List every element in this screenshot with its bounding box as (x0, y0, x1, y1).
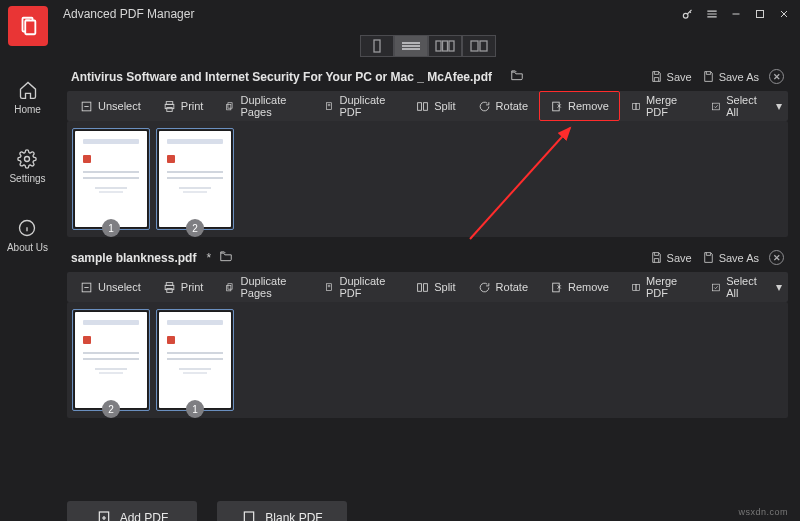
svg-rect-6 (374, 40, 380, 52)
gear-icon (17, 149, 37, 169)
select-all-button[interactable]: Select All (700, 91, 772, 121)
duplicate-pdf-icon (324, 281, 334, 294)
close-document-button[interactable]: ✕ (769, 69, 784, 84)
select-all-icon (711, 281, 721, 294)
split-button[interactable]: Split (405, 272, 466, 302)
home-icon (18, 80, 38, 100)
svg-rect-34 (424, 283, 428, 291)
svg-rect-7 (436, 41, 441, 51)
save-as-button[interactable]: Save As (702, 251, 759, 264)
duplicate-pdf-button[interactable]: Duplicate PDF (313, 272, 405, 302)
svg-rect-8 (442, 41, 447, 51)
svg-rect-9 (449, 41, 454, 51)
save-icon (650, 251, 663, 264)
rotate-icon (478, 281, 491, 294)
unselect-icon (80, 100, 93, 113)
minimize-button[interactable] (728, 6, 744, 22)
document-toolbar: Unselect Print Duplicate Pages Duplicate… (67, 91, 788, 121)
open-folder-icon[interactable] (510, 68, 524, 85)
sidebar-item-about[interactable]: About Us (7, 218, 48, 253)
print-icon (163, 100, 176, 113)
bottom-action-bar: Add PDF Blank PDF (55, 495, 800, 521)
unselect-button[interactable]: Unselect (69, 272, 152, 302)
page-thumbnail-strip: 2 1 (67, 302, 788, 418)
svg-rect-31 (227, 285, 231, 290)
open-folder-icon[interactable] (219, 249, 233, 266)
page-number-badge: 1 (102, 219, 120, 237)
remove-button[interactable]: Remove (539, 272, 620, 302)
svg-rect-1 (25, 21, 35, 35)
page-thumbnail[interactable]: 2 (159, 131, 231, 227)
select-all-icon (711, 100, 721, 113)
sidebar-item-home[interactable]: Home (14, 80, 41, 115)
view-single[interactable] (360, 35, 394, 57)
blank-pdf-button[interactable]: Blank PDF (217, 501, 347, 521)
svg-rect-30 (228, 283, 232, 288)
svg-rect-15 (167, 107, 172, 111)
page-thumbnail[interactable]: 1 (75, 131, 147, 227)
close-document-button[interactable]: ✕ (769, 250, 784, 265)
toolbar-more-button[interactable]: ▾ (772, 280, 786, 294)
document-header: Antivirus Software and Internet Security… (67, 66, 788, 91)
page-thumbnail[interactable]: 2 (75, 312, 147, 408)
add-pdf-button[interactable]: Add PDF (67, 501, 197, 521)
rotate-button[interactable]: Rotate (467, 272, 539, 302)
svg-rect-11 (480, 41, 487, 51)
titlebar: Advanced PDF Manager (55, 0, 800, 28)
save-as-button[interactable]: Save As (702, 70, 759, 83)
add-pdf-icon (96, 510, 112, 521)
svg-rect-19 (418, 102, 422, 110)
duplicate-pages-button[interactable]: Duplicate Pages (214, 91, 313, 121)
sidebar-item-settings[interactable]: Settings (9, 149, 45, 184)
view-grid-3[interactable] (428, 35, 462, 57)
print-button[interactable]: Print (152, 272, 215, 302)
svg-rect-22 (633, 103, 636, 109)
split-icon (416, 281, 429, 294)
merge-pdf-button[interactable]: Merge PDF (620, 272, 700, 302)
svg-rect-24 (713, 103, 720, 110)
remove-button[interactable]: Remove (539, 91, 620, 121)
svg-rect-20 (424, 102, 428, 110)
split-button[interactable]: Split (405, 91, 466, 121)
svg-rect-29 (167, 288, 172, 292)
svg-rect-40 (245, 512, 254, 521)
menu-icon[interactable] (704, 6, 720, 22)
view-switcher (55, 28, 800, 64)
document-panel: Antivirus Software and Internet Security… (67, 66, 788, 237)
svg-rect-38 (713, 284, 720, 291)
document-toolbar: Unselect Print Duplicate Pages Duplicate… (67, 272, 788, 302)
blank-pdf-icon (241, 510, 257, 521)
save-button[interactable]: Save (650, 251, 692, 264)
toolbar-more-button[interactable]: ▾ (772, 99, 786, 113)
document-header: sample blankness.pdf * Save Save As (67, 247, 788, 272)
remove-icon (550, 281, 563, 294)
app-logo (8, 6, 48, 46)
page-thumbnail[interactable]: 1 (159, 312, 231, 408)
view-list[interactable] (394, 35, 428, 57)
svg-rect-37 (636, 284, 639, 290)
merge-icon (631, 100, 641, 113)
license-key-icon[interactable] (680, 6, 696, 22)
document-panel: sample blankness.pdf * Save Save As (67, 247, 788, 418)
close-window-button[interactable] (776, 6, 792, 22)
maximize-button[interactable] (752, 6, 768, 22)
view-grid-2[interactable] (462, 35, 496, 57)
select-all-button[interactable]: Select All (700, 272, 772, 302)
print-icon (163, 281, 176, 294)
unselect-button[interactable]: Unselect (69, 91, 152, 121)
document-filename: Antivirus Software and Internet Security… (71, 70, 492, 84)
save-button[interactable]: Save (650, 70, 692, 83)
print-button[interactable]: Print (152, 91, 215, 121)
document-filename: sample blankness.pdf (71, 251, 196, 265)
svg-rect-17 (227, 104, 231, 109)
info-icon (17, 218, 37, 238)
rotate-button[interactable]: Rotate (467, 91, 539, 121)
page-thumbnail-strip: 1 2 (67, 121, 788, 237)
duplicate-pdf-button[interactable]: Duplicate PDF (313, 91, 405, 121)
merge-pdf-button[interactable]: Merge PDF (620, 91, 700, 121)
svg-rect-5 (757, 11, 764, 18)
sidebar-item-label: About Us (7, 242, 48, 253)
svg-rect-10 (471, 41, 478, 51)
svg-rect-18 (327, 102, 332, 109)
duplicate-pages-button[interactable]: Duplicate Pages (214, 272, 313, 302)
